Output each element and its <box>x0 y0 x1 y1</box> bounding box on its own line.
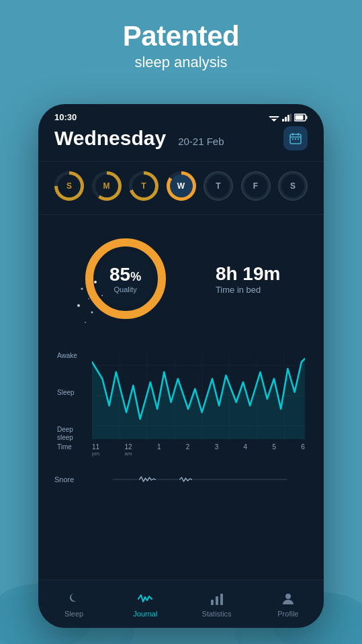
current-day: Wednesday <box>54 127 166 150</box>
y-axis-labels: Awake Sleep Deepsleep <box>57 352 92 442</box>
time-in-bed: 8h 19m Time in bed <box>216 263 281 295</box>
graph-labels: Awake Sleep Deepsleep <box>57 352 305 442</box>
x-label-11pm: 11 pm <box>92 443 99 457</box>
nav-journal-label: Journal <box>133 610 157 618</box>
nav-journal[interactable]: Journal <box>109 586 181 623</box>
phone-frame: 10:30 <box>38 104 324 628</box>
svg-rect-9 <box>285 117 287 122</box>
snore-row: Snore <box>54 469 310 490</box>
day-T2[interactable]: T <box>203 171 233 201</box>
svg-rect-21 <box>298 138 299 140</box>
day-M[interactable]: M <box>92 171 122 201</box>
x-label-4: 4 <box>244 443 248 457</box>
sleep-line-chart <box>92 352 305 439</box>
sleep-stats: 85% Quality 8h 19m Time in bed <box>52 224 310 333</box>
moon-icon <box>66 592 81 606</box>
svg-rect-47 <box>211 600 214 605</box>
y-label-deep: Deepsleep <box>57 426 87 442</box>
journal-nav-icon <box>137 591 153 607</box>
header-area: Patented sleep analysis <box>0 20 362 71</box>
time-axis-label: Time <box>57 443 92 457</box>
x-label-3: 3 <box>215 443 219 457</box>
nav-profile-label: Profile <box>277 610 298 618</box>
profile-nav-icon <box>280 591 296 607</box>
svg-rect-20 <box>295 138 296 140</box>
time-label: Time in bed <box>216 285 281 295</box>
svg-rect-11 <box>290 113 291 122</box>
svg-rect-13 <box>306 116 308 119</box>
status-time: 10:30 <box>54 112 77 122</box>
svg-rect-10 <box>287 115 289 122</box>
x-label-2: 2 <box>186 443 190 457</box>
day-F[interactable]: F <box>241 171 271 201</box>
day-header: Wednesday 20-21 Feb <box>52 126 310 150</box>
svg-rect-19 <box>292 138 293 140</box>
nav-profile[interactable]: Profile <box>253 586 324 623</box>
sleep-graph: Awake Sleep Deepsleep <box>52 344 310 462</box>
date-range: 20-21 Feb <box>178 136 224 147</box>
y-label-awake: Awake <box>57 352 87 360</box>
nav-statistics-label: Statistics <box>202 610 232 618</box>
quality-ring: 85% Quality <box>82 235 169 322</box>
week-selector[interactable]: S M T W T F S <box>52 171 310 201</box>
quality-label: Quality <box>109 285 141 293</box>
calendar-button[interactable] <box>283 126 308 150</box>
separator-1 <box>38 161 324 162</box>
x-label-12am: 12 am <box>124 443 132 457</box>
time-axis-row: Time 11 pm 12 am 1 2 <box>57 443 305 457</box>
battery-icon <box>294 113 308 122</box>
x-label-1: 1 <box>157 443 161 457</box>
svg-rect-8 <box>282 119 284 122</box>
calendar-icon <box>289 132 302 144</box>
x-label-5: 5 <box>272 443 276 457</box>
time-value: 8h 19m <box>216 263 281 285</box>
day-T1[interactable]: T <box>129 171 159 201</box>
svg-rect-48 <box>216 596 218 605</box>
status-bar: 10:30 <box>38 104 324 126</box>
app-tagline-bold: Patented <box>0 20 362 52</box>
bar-chart-icon <box>210 592 224 606</box>
statistics-nav-icon <box>209 591 225 607</box>
quality-text: 85% Quality <box>109 265 141 293</box>
signal-icon <box>282 113 291 122</box>
svg-rect-14 <box>296 115 304 120</box>
app-tagline-sub: sleep analysis <box>0 54 362 71</box>
svg-rect-49 <box>220 594 223 605</box>
svg-point-50 <box>285 594 291 599</box>
nav-sleep-label: Sleep <box>64 610 83 618</box>
svg-marker-7 <box>271 119 277 122</box>
sleep-nav-icon <box>66 591 82 607</box>
activity-icon <box>138 592 152 606</box>
snore-label: Snore <box>54 475 89 484</box>
day-S2[interactable]: S <box>278 171 308 201</box>
svg-point-25 <box>77 304 80 307</box>
wifi-icon <box>269 113 279 122</box>
quality-percent: 85% <box>109 265 141 285</box>
phone-content: Wednesday 20-21 Feb S <box>38 126 324 490</box>
separator-2 <box>38 214 324 215</box>
y-label-sleep: Sleep <box>57 389 87 397</box>
bottom-nav: Sleep Journal Statistics <box>38 580 324 628</box>
graph-area <box>92 352 305 442</box>
user-icon <box>281 592 296 606</box>
nav-sleep[interactable]: Sleep <box>38 586 109 623</box>
snore-waveform <box>89 473 310 486</box>
nav-statistics[interactable]: Statistics <box>181 586 253 623</box>
x-label-6: 6 <box>301 443 305 457</box>
x-axis-labels: 11 pm 12 am 1 2 3 <box>92 443 305 457</box>
day-W[interactable]: W <box>167 171 196 201</box>
day-S1[interactable]: S <box>54 171 84 201</box>
status-icons <box>269 113 308 122</box>
